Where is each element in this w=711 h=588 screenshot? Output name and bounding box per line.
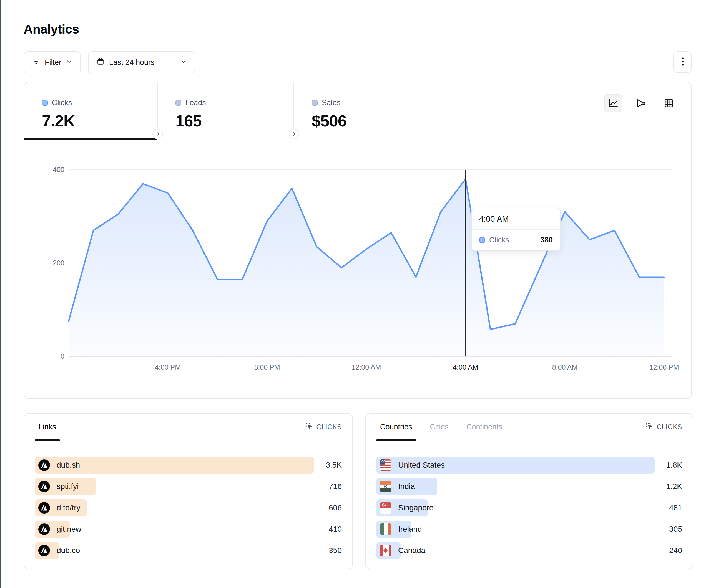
metric-value: 7.2K [42, 112, 157, 130]
row-value: 305 [669, 525, 682, 534]
calendar-icon [96, 58, 105, 68]
tab-cities[interactable]: Cities [426, 414, 453, 440]
dub-logo-icon [38, 523, 50, 535]
geo-metric-toggle[interactable]: CLICKS [645, 422, 683, 432]
row-label: spti.fyi [57, 482, 79, 491]
chevron-down-icon [180, 58, 187, 67]
country-row[interactable]: Singapore481 [376, 499, 682, 516]
chart-plot-area[interactable]: 4:00 AM Clicks 380 [69, 170, 664, 356]
tab-clicks[interactable]: Clicks 7.2K [24, 82, 158, 139]
link-row[interactable]: dub.sh3.5K [35, 456, 342, 474]
dub-logo-icon [38, 502, 50, 514]
links-card: Links CLICKS dub.sh3.5Kspti.fyi716d.to/t… [24, 413, 353, 569]
row-value: 350 [329, 546, 342, 555]
dub-logo-icon [38, 481, 50, 492]
page-title: Analytics [24, 22, 79, 37]
ca-flag-icon [380, 545, 391, 557]
x-tick-label: 4:00 PM [155, 363, 181, 371]
links-metric-label: CLICKS [317, 423, 342, 431]
tab-links[interactable]: Links [35, 414, 60, 440]
metric-label: Clicks [52, 98, 72, 107]
clicks-area-chart: 4:00 AM Clicks 380 4002000 4:00 PM8:00 P… [24, 139, 691, 398]
link-row[interactable]: d.to/try606 [35, 499, 342, 516]
row-value: 410 [329, 525, 342, 534]
row-value: 240 [669, 546, 682, 555]
chart-tooltip: 4:00 AM Clicks 380 [471, 208, 561, 251]
row-value: 606 [329, 503, 342, 512]
filter-icon [32, 58, 40, 68]
row-label: dub.co [57, 546, 80, 555]
sg-flag-icon [380, 502, 391, 514]
link-row[interactable]: git.new410 [35, 521, 342, 538]
date-range-label: Last 24 hours [109, 58, 155, 67]
metric-label: Sales [322, 98, 341, 107]
sales-legend-swatch [312, 100, 318, 106]
country-row[interactable]: India1.2K [376, 478, 682, 495]
tab-continents[interactable]: Continents [462, 414, 506, 440]
country-row[interactable]: Canada240 [376, 542, 682, 559]
filter-button-label: Filter [45, 58, 61, 67]
tooltip-time: 4:00 AM [472, 208, 560, 230]
row-value: 3.5K [326, 461, 342, 470]
tab-leads[interactable]: Leads 165 [158, 82, 294, 139]
tooltip-legend-swatch [479, 237, 485, 243]
kebab-menu-icon [679, 57, 687, 67]
expand-leads-button[interactable] [289, 129, 299, 139]
cursor-click-icon [305, 422, 313, 432]
dub-logo-icon [38, 459, 50, 471]
clicks-legend-swatch [42, 100, 48, 106]
tooltip-series-name: Clicks [489, 236, 509, 244]
tooltip-value: 380 [540, 236, 553, 244]
row-label: dub.sh [57, 461, 80, 470]
row-label: git.new [57, 525, 81, 534]
row-label: Canada [398, 546, 425, 555]
row-label: Ireland [398, 525, 422, 534]
in-flag-icon [380, 481, 391, 492]
row-label: d.to/try [57, 503, 81, 512]
metric-label: Leads [186, 98, 206, 107]
x-axis-labels: 4:00 PM8:00 PM12:00 AM4:00 AM8:00 AM12:0… [69, 363, 664, 375]
expand-clicks-button[interactable] [152, 129, 163, 139]
analytics-chart-card: Clicks 7.2K Leads 165 Sales $506 [24, 82, 692, 399]
chart-view-switcher [604, 94, 678, 112]
row-label: United States [398, 461, 445, 470]
y-tick-label: 400 [35, 165, 64, 174]
table-view-button[interactable] [660, 94, 678, 112]
countries-card: Countries Cities Continents CLICKS Unite… [365, 413, 693, 569]
geo-tabs: Countries Cities Continents [376, 414, 506, 440]
x-tick-label: 4:00 AM [453, 363, 478, 371]
us-flag-icon [380, 459, 391, 471]
link-row[interactable]: dub.co350 [35, 542, 342, 559]
y-tick-label: 0 [35, 352, 64, 360]
filter-button[interactable]: Filter [24, 51, 81, 73]
metric-value: 165 [175, 112, 294, 130]
row-value: 1.2K [666, 482, 682, 491]
dub-logo-icon [38, 545, 50, 557]
y-tick-label: 200 [35, 259, 64, 267]
chevron-down-icon [66, 58, 72, 67]
cursor-click-icon [645, 422, 653, 432]
x-tick-label: 12:00 PM [649, 363, 679, 371]
row-label: India [398, 482, 415, 491]
geo-metric-label: CLICKS [657, 423, 683, 431]
tab-countries[interactable]: Countries [376, 414, 416, 440]
date-range-button[interactable]: Last 24 hours [88, 51, 195, 73]
row-value: 716 [329, 482, 342, 491]
hover-cursor-line [465, 170, 466, 356]
more-options-button[interactable] [673, 51, 692, 73]
row-value: 481 [669, 503, 682, 512]
row-value: 1.8K [666, 461, 682, 470]
metric-tabs: Clicks 7.2K Leads 165 Sales $506 [24, 82, 691, 139]
funnel-chart-view-button[interactable] [632, 94, 650, 112]
metric-value: $506 [312, 112, 691, 130]
country-row[interactable]: United States1.8K [376, 456, 682, 474]
x-tick-label: 12:00 AM [352, 363, 381, 371]
links-metric-toggle[interactable]: CLICKS [305, 422, 342, 432]
analytics-page: Analytics Filter Last 24 hours [1, 0, 711, 588]
link-row[interactable]: spti.fyi716 [35, 478, 342, 495]
line-chart-view-button[interactable] [604, 94, 622, 112]
country-row[interactable]: Ireland305 [376, 521, 682, 538]
leads-legend-swatch [175, 100, 181, 106]
row-label: Singapore [398, 503, 434, 512]
x-tick-label: 8:00 AM [552, 363, 578, 371]
